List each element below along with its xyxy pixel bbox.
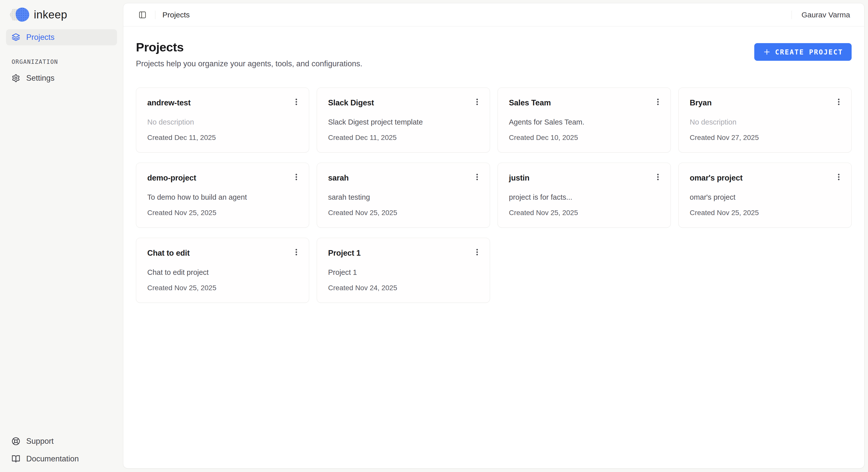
project-card-description: No description: [690, 118, 844, 126]
project-card[interactable]: Bryan No description Created Nov 27, 202…: [678, 88, 851, 153]
project-card-created: Created Dec 11, 2025: [328, 134, 483, 142]
sidebar-item-support[interactable]: Support: [6, 433, 117, 449]
project-card-menu-button[interactable]: [472, 96, 483, 107]
sidebar-item-projects[interactable]: Projects: [6, 29, 117, 45]
project-card-description: Project 1: [328, 268, 483, 277]
project-card[interactable]: Slack Digest Slack Digest project templa…: [317, 88, 490, 153]
breadcrumb: Projects: [162, 10, 190, 19]
project-card-description: Slack Digest project template: [328, 118, 483, 126]
sidebar-item-settings[interactable]: Settings: [6, 70, 117, 86]
brand-wordmark: inkeep: [34, 8, 67, 21]
project-card-title: justin: [509, 174, 529, 183]
project-card-title: Bryan: [690, 98, 712, 107]
sidebar-nav: Projects: [6, 29, 117, 45]
project-card-menu-button[interactable]: [291, 171, 302, 183]
plus-icon: [763, 48, 771, 56]
sidebar-footer: Support Documentation: [6, 433, 117, 467]
project-card-title: sarah: [328, 174, 349, 183]
project-card-description: omar's project: [690, 193, 844, 201]
sidebar-item-label: Support: [26, 437, 54, 446]
project-card-menu-button[interactable]: [833, 171, 844, 183]
sidebar-item-label: Documentation: [26, 454, 79, 464]
page-subtitle: Projects help you organize your agents, …: [136, 59, 362, 68]
project-card-description: project is for facts...: [509, 193, 663, 201]
create-project-button-label: CREATE PROJECT: [775, 48, 843, 56]
project-card-menu-button[interactable]: [833, 96, 844, 107]
project-card[interactable]: sarah sarah testing Created Nov 25, 2025: [317, 163, 490, 228]
project-card-menu-button[interactable]: [652, 96, 663, 107]
kebab-icon: [473, 97, 482, 106]
life-buoy-icon: [11, 437, 20, 445]
project-card-menu-button[interactable]: [472, 171, 483, 183]
project-card-description: Agents for Sales Team.: [509, 118, 663, 126]
project-card-title: Project 1: [328, 249, 361, 258]
kebab-icon: [473, 248, 482, 257]
main-panel: Projects Gaurav Varma Projects Projects …: [123, 3, 865, 469]
page-title: Projects: [136, 40, 362, 54]
kebab-icon: [292, 248, 301, 257]
kebab-icon: [653, 172, 662, 182]
topbar: Projects Gaurav Varma: [123, 3, 864, 27]
project-card[interactable]: Chat to edit Chat to edit project Create…: [136, 238, 309, 303]
project-card[interactable]: justin project is for facts... Created N…: [498, 163, 671, 228]
projects-grid: andrew-test No description Created Dec 1…: [136, 88, 851, 303]
kebab-icon: [473, 172, 482, 182]
project-card-description: To demo how to build an agent: [147, 193, 302, 201]
project-card-title: Chat to edit: [147, 249, 190, 258]
create-project-button[interactable]: CREATE PROJECT: [754, 43, 851, 61]
gear-icon: [11, 74, 20, 83]
layers-icon: [11, 33, 20, 41]
sidebar-item-label: Settings: [26, 74, 55, 83]
kebab-icon: [292, 97, 301, 106]
book-open-icon: [11, 454, 20, 463]
page-head: Projects Projects help you organize your…: [136, 40, 851, 68]
project-card-menu-button[interactable]: [652, 171, 663, 183]
project-card[interactable]: demo-project To demo how to build an age…: [136, 163, 309, 228]
kebab-icon: [834, 97, 843, 106]
project-card-description: sarah testing: [328, 193, 483, 201]
project-card-created: Created Nov 25, 2025: [328, 209, 483, 217]
project-card[interactable]: omar's project omar's project Created No…: [678, 163, 851, 228]
inkeep-logo[interactable]: inkeep: [6, 7, 117, 22]
logo-blob-shape: [16, 7, 29, 22]
panel-left-icon: [138, 11, 147, 19]
sidebar-item-label: Projects: [26, 33, 55, 42]
project-card[interactable]: andrew-test No description Created Dec 1…: [136, 88, 309, 153]
kebab-icon: [653, 97, 662, 106]
project-card-title: Slack Digest: [328, 98, 374, 107]
sidebar: inkeep Projects ORGANIZATION Settings: [0, 0, 123, 472]
header-divider: [155, 10, 155, 19]
kebab-icon: [834, 172, 843, 182]
project-card-title: omar's project: [690, 174, 743, 183]
project-card-title: andrew-test: [147, 98, 191, 107]
inkeep-logo-mark: [9, 7, 29, 22]
project-card-created: Created Nov 27, 2025: [690, 134, 844, 142]
project-card-created: Created Nov 24, 2025: [328, 284, 483, 292]
project-card-description: No description: [147, 118, 302, 126]
project-card-menu-button[interactable]: [291, 96, 302, 107]
project-card-created: Created Nov 25, 2025: [690, 209, 844, 217]
project-card-created: Created Dec 11, 2025: [147, 134, 302, 142]
project-card-description: Chat to edit project: [147, 268, 302, 277]
project-card-menu-button[interactable]: [472, 247, 483, 258]
projects-page: Projects Projects help you organize your…: [123, 27, 864, 468]
project-card-created: Created Nov 25, 2025: [147, 209, 302, 217]
project-card-title: demo-project: [147, 174, 196, 183]
sidebar-toggle-button[interactable]: [137, 9, 148, 21]
project-card-menu-button[interactable]: [291, 247, 302, 258]
project-card-created: Created Nov 25, 2025: [509, 209, 663, 217]
project-card-title: Sales Team: [509, 98, 551, 107]
header-divider: [792, 10, 792, 19]
project-card[interactable]: Sales Team Agents for Sales Team. Create…: [498, 88, 671, 153]
project-card-created: Created Nov 25, 2025: [147, 284, 302, 292]
sidebar-item-documentation[interactable]: Documentation: [6, 451, 117, 467]
project-card[interactable]: Project 1 Project 1 Created Nov 24, 2025: [317, 238, 490, 303]
kebab-icon: [292, 172, 301, 182]
project-card-created: Created Dec 10, 2025: [509, 134, 663, 142]
user-menu[interactable]: Gaurav Varma: [799, 9, 852, 21]
organization-section-label: ORGANIZATION: [6, 59, 117, 65]
